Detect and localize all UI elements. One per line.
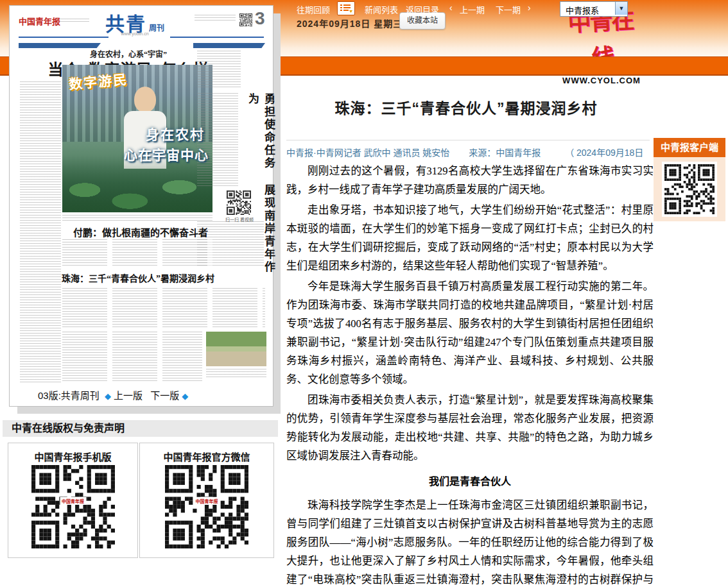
- wechat-qr-box: 中国青年报官方微信 中国青年报: [139, 443, 274, 558]
- article-paragraph: 刚刚过去的这个暑假，有3129名高校大学生选择留在广东省珠海市实习实践，乡村一线…: [286, 162, 654, 199]
- paper-video-qr-code: [227, 191, 251, 215]
- section-bar-right: [193, 43, 265, 48]
- paper-page-nav: 03版:共青周刊 ◆上一版 下一版◆: [38, 388, 191, 402]
- mobile-version-title: 中国青年报手机版: [8, 450, 137, 463]
- article-authors: 中青报·中青网记者 武欣中 通讯员 姚安怡: [286, 148, 449, 158]
- article-paragraph: 走出象牙塔，书本知识接了地气，大学生们纷纷开始“花式整活”：村里原本斑驳的墙面，…: [286, 201, 654, 275]
- client-app-qr-code: [662, 162, 717, 217]
- simulated-text-column: [197, 93, 238, 187]
- copyright-disclaimer-heading: 中青在线版权与免责声明: [3, 420, 278, 437]
- article-title: 珠海：三千“青春合伙人”暑期浸润乡村: [282, 96, 650, 118]
- newspaper-page-preview[interactable]: 中国青年报 共青周刊 www.youth.cn 3 身在农村，心系“宇宙” 当个…: [9, 5, 273, 407]
- newspaper-family-select[interactable]: 中青报系 ▼: [560, 1, 628, 17]
- header-date: 2024年09月18日 星期三: [297, 17, 403, 30]
- paper-headline-mid[interactable]: 付鹏：做扎根南疆的不懈奋斗者: [69, 225, 212, 239]
- paper-photo-students: [206, 332, 266, 366]
- prev-page-icon[interactable]: ◆: [105, 391, 111, 401]
- client-app-panel-body: [654, 157, 725, 221]
- simulated-text-band: [62, 215, 212, 223]
- article-subheading: 我们是青春合伙人: [286, 472, 654, 491]
- article-paragraph: 今年是珠海大学生服务百县千镇万村高质量发展工程行动实施的第二年。作为团珠海市委、…: [286, 277, 654, 389]
- simulated-text-column: [20, 81, 61, 384]
- qr-center-logo: 中国青年报: [60, 497, 86, 505]
- next-page-icon[interactable]: ◆: [182, 391, 188, 401]
- client-app-panel-header: 中青报客户端: [654, 138, 725, 157]
- article-paragraph: 团珠海市委相关负责人表示，打造“繁星计划”，就是要发挥珠海高校聚集的优势，引领青…: [286, 391, 654, 465]
- next-issue-arrow-icon[interactable]: ›: [528, 3, 531, 13]
- paper-site-url: www.youth.cn: [87, 31, 183, 36]
- article-paragraph: 珠海科技学院学生李杰是上一任珠海市金湾区三灶镇团组织兼职副书记，曾与同学们组建了…: [286, 496, 654, 585]
- masthead-date-fakeline: [60, 19, 89, 22]
- article-source[interactable]: 来源：中国青年报: [469, 148, 541, 158]
- nav-back-to-catalog[interactable]: 返回目录: [406, 3, 439, 15]
- photo-lotus-leaves: [62, 157, 212, 212]
- simulated-text-band: [62, 288, 265, 328]
- masthead-editors-fakeline: [195, 15, 236, 22]
- masthead-rule-left: [19, 37, 108, 38]
- paper-masthead-logo: 中国青年报: [19, 15, 60, 27]
- issue-list-icon[interactable]: [337, 1, 355, 15]
- article-body: 刚刚过去的这个暑假，有3129名高校大学生选择留在广东省珠海市实习实践，乡村一线…: [286, 162, 654, 585]
- simulated-text-band: [62, 332, 202, 383]
- nav-past-issues[interactable]: 往期回顾: [297, 3, 330, 15]
- nav-prev-issue[interactable]: 上一期: [460, 3, 485, 15]
- nav-news-list[interactable]: 新闻列表: [365, 3, 398, 15]
- article-byline-row: 中青报·中青网记者 武欣中 通讯员 姚安怡 来源：中国青年报 （ 2024年09…: [286, 140, 650, 158]
- photo-caption-fakeline: [206, 369, 266, 379]
- select-value: 中青报系: [566, 4, 599, 16]
- simulated-text-band: [62, 239, 212, 267]
- page: 2024年09月18日 星期三 收藏本站 中青在线 WWW.CYOL.COM 往…: [0, 0, 728, 585]
- mobile-version-qr-code: [31, 465, 115, 548]
- photo-overlay-line2: 心在宇宙中心: [124, 144, 209, 164]
- chevron-down-icon: ▼: [615, 2, 627, 15]
- nav-next-issue[interactable]: 下一期: [496, 3, 521, 15]
- mobile-version-qr-box: 中国青年报手机版 中国青年报: [8, 443, 138, 558]
- prev-issue-arrow-icon[interactable]: ‹: [449, 3, 453, 13]
- photo-person-head: [134, 87, 156, 112]
- paper-headline-current-article[interactable]: 珠海：三千“青春合伙人”暑期浸润乡村: [60, 271, 216, 284]
- wechat-title: 中国青年报官方微信: [140, 450, 273, 463]
- section-bar-left: [19, 43, 101, 48]
- paper-qr-caption: 扫一扫 看视频: [221, 216, 257, 223]
- qr-center-logo: 中国青年报: [194, 497, 220, 505]
- wechat-qr-code: [165, 465, 248, 548]
- prev-page-link[interactable]: 上一版: [114, 390, 143, 401]
- masthead-rule-right: [170, 37, 264, 38]
- masthead-qr-code: [239, 13, 252, 26]
- photo-overlay-line1: 身在农村: [146, 124, 205, 143]
- next-page-link[interactable]: 下一版: [150, 390, 179, 401]
- paper-photo: 数字游民 身在农村 心在宇宙中心: [62, 65, 212, 212]
- page-label: 03版:共青周刊: [38, 390, 100, 401]
- simulated-text-column: [197, 51, 241, 88]
- paper-page-number: 3: [255, 8, 265, 29]
